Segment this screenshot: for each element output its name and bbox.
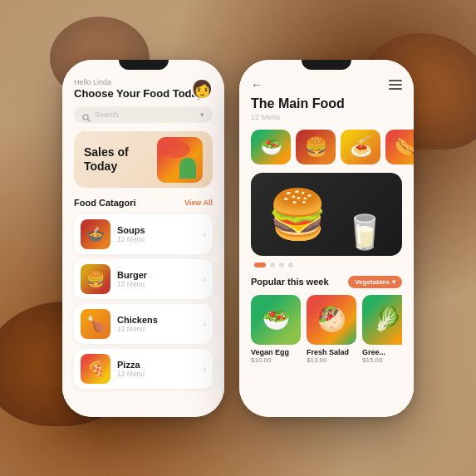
food-arrow-soups: ›: [204, 230, 206, 239]
right-header: ←: [251, 78, 402, 91]
food-info-chicken: Chickens 12 Menu: [117, 315, 204, 333]
thumb-burger-right[interactable]: 🍔: [296, 130, 336, 164]
food-thumb-pizza: [81, 354, 110, 384]
popular-price-gree: $15.00: [362, 356, 402, 364]
left-phone: 👩 Hello Linda Choose Your Food Today Sea…: [62, 60, 224, 417]
food-thumb-soups: [81, 219, 110, 249]
food-arrow-burger: ›: [204, 275, 206, 284]
thumb-pasta[interactable]: 🍝: [341, 130, 380, 164]
food-name-soups: Soups: [117, 225, 204, 235]
right-phone-notch: [302, 60, 351, 70]
food-item-pizza[interactable]: Pizza 12 Menu ›: [74, 349, 213, 389]
svg-line-1: [88, 120, 91, 122]
phones-container: 👩 Hello Linda Choose Your Food Today Sea…: [62, 60, 414, 417]
popular-card-vegan-egg[interactable]: 🥗 Vegan Egg $10.00: [251, 295, 301, 364]
sales-banner: Sales of Today: [74, 131, 213, 188]
food-info-pizza: Pizza 12 Menu: [117, 360, 204, 378]
left-phone-notch: [119, 60, 169, 70]
hamburger-line-2: [389, 84, 402, 86]
avatar: 👩: [191, 78, 213, 100]
thumb-salad[interactable]: 🥗: [251, 130, 291, 164]
popular-img-fresh-salad: 🥙: [307, 295, 356, 345]
popular-img-vegan-egg: 🥗: [251, 295, 301, 345]
thumb-hotdog[interactable]: 🌭: [385, 130, 414, 164]
dot-4[interactable]: [288, 263, 293, 267]
popular-name-gree: Gree...: [362, 348, 402, 356]
popular-title: Popular this week: [251, 277, 329, 287]
category-header: Food Catagori View All: [74, 198, 213, 208]
dropdown-chevron-icon: ▾: [392, 278, 395, 286]
popular-name-vegan-egg: Vegan Egg: [251, 348, 301, 356]
food-arrow-pizza: ›: [204, 365, 206, 374]
search-placeholder: Search: [95, 110, 119, 119]
search-left: Search: [82, 110, 119, 119]
hamburger-line-1: [389, 80, 402, 81]
popular-name-fresh-salad: Fresh Salad: [307, 348, 356, 356]
food-arrow-chicken: ›: [204, 320, 206, 329]
category-title: Food Catagori: [74, 198, 136, 208]
food-item-burger[interactable]: Burger 12 Menu ›: [74, 259, 213, 299]
food-name-pizza: Pizza: [117, 360, 204, 370]
back-arrow-icon[interactable]: ←: [251, 78, 263, 91]
left-screen: Hello Linda Choose Your Food Today Searc…: [62, 60, 224, 417]
food-name-chicken: Chickens: [117, 315, 204, 325]
popular-price-vegan-egg: $10.00: [251, 356, 301, 364]
big-burger-image: 🍔: [267, 186, 327, 243]
dot-1[interactable]: [254, 263, 266, 267]
carousel-dots: [251, 263, 402, 267]
food-thumbs-row: 🥗 🍔 🍝 🌭: [251, 130, 402, 164]
hamburger-line-3: [389, 88, 402, 90]
right-screen: ← The Main Food 12 Menu 🥗 🍔 🍝 🌭 🍔: [239, 60, 414, 417]
food-info-soups: Soups 12 Menu: [117, 225, 204, 243]
dot-2[interactable]: [270, 263, 275, 267]
big-food-banner: 🍔 🥛: [251, 173, 402, 256]
popular-price-fresh-salad: $13.00: [307, 356, 356, 364]
food-thumb-chicken: [81, 309, 110, 339]
food-name-burger: Burger: [117, 270, 204, 280]
food-item-soups[interactable]: Soups 12 Menu ›: [74, 214, 213, 254]
big-drink-image: 🥛: [344, 213, 385, 252]
food-info-burger: Burger 12 Menu: [117, 270, 204, 288]
popular-card-fresh-salad[interactable]: 🥙 Fresh Salad $13.00: [307, 295, 356, 364]
search-bar[interactable]: Search ▾: [74, 106, 213, 123]
food-menu-burger: 12 Menu: [117, 280, 204, 288]
dot-3[interactable]: [279, 263, 284, 267]
popular-img-gree: 🥬: [362, 295, 402, 345]
hamburger-menu-icon[interactable]: [389, 80, 402, 90]
banner-title: Sales of Today: [84, 145, 157, 174]
view-all-button[interactable]: View All: [184, 199, 213, 207]
food-menu-chicken: 12 Menu: [117, 325, 204, 333]
vegetables-label: Vegetables: [355, 278, 390, 286]
food-menu-soups: 12 Menu: [117, 235, 204, 243]
right-subtitle: 12 Menu: [251, 113, 402, 121]
food-item-chicken[interactable]: Chickens 12 Menu ›: [74, 304, 213, 344]
vegetables-dropdown[interactable]: Vegetables ▾: [348, 276, 402, 288]
popular-header: Popular this week Vegetables ▾: [251, 276, 402, 288]
search-chevron-icon: ▾: [200, 110, 204, 119]
popular-card-gree[interactable]: 🥬 Gree... $15.00: [362, 295, 402, 364]
banner-image: [157, 137, 203, 183]
right-main-title: The Main Food: [251, 96, 402, 111]
popular-items-row: 🥗 Vegan Egg $10.00 🥙 Fresh Salad $13.00 …: [251, 295, 402, 364]
food-thumb-burger: [81, 264, 110, 294]
food-menu-pizza: 12 Menu: [117, 370, 204, 378]
right-phone: ← The Main Food 12 Menu 🥗 🍔 🍝 🌭 🍔: [239, 60, 414, 417]
search-icon: [82, 110, 91, 119]
